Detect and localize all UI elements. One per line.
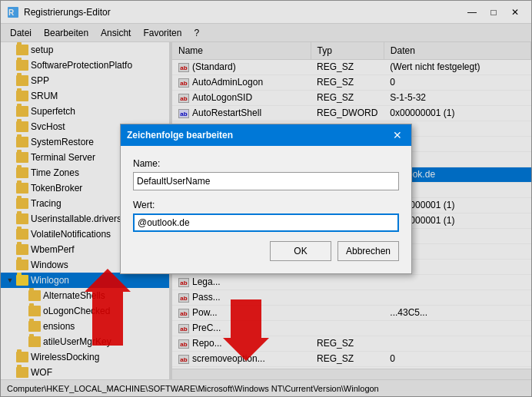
dialog-close-button[interactable]: ✕ <box>390 127 405 143</box>
name-label: Name: <box>133 158 399 169</box>
dialog-body: Name: Wert: OK Abbrechen <box>121 146 411 273</box>
dialog-title: Zeichenfolge bearbeiten <box>127 130 233 141</box>
dialog-buttons: OK Abbrechen <box>133 241 399 261</box>
name-field: Name: <box>133 158 399 190</box>
dialog-overlay: Zeichenfolge bearbeiten ✕ Name: Wert: OK… <box>0 0 532 397</box>
name-input[interactable] <box>133 172 399 190</box>
cancel-button[interactable]: Abbrechen <box>337 241 399 261</box>
ok-button[interactable]: OK <box>270 241 331 261</box>
dialog-title-bar: Zeichenfolge bearbeiten ✕ <box>121 124 411 146</box>
edit-string-dialog: Zeichenfolge bearbeiten ✕ Name: Wert: OK… <box>120 124 412 274</box>
value-input[interactable] <box>133 213 399 232</box>
value-label: Wert: <box>133 200 399 210</box>
value-field: Wert: <box>133 200 399 232</box>
